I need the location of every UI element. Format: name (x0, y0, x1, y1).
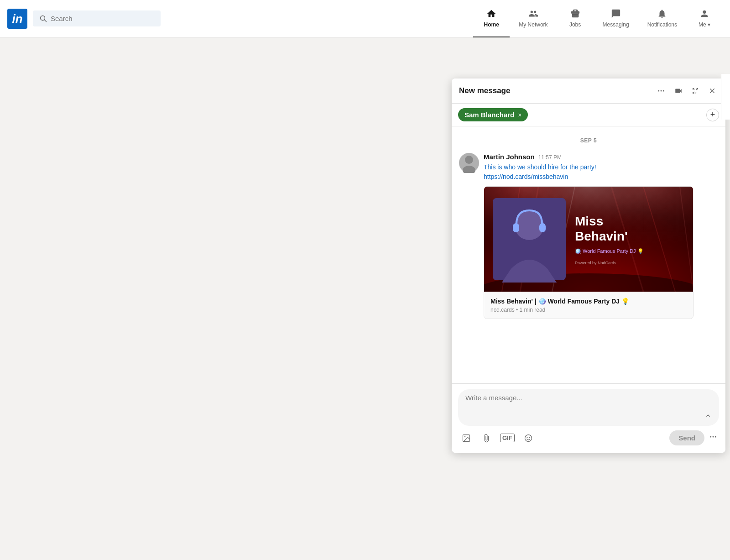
paperclip-icon (482, 434, 491, 443)
svg-point-33 (529, 437, 530, 438)
svg-line-1 (45, 20, 47, 21)
avatar (459, 153, 479, 173)
expand-button[interactable] (690, 85, 701, 96)
nav-label-jobs: Jobs (569, 21, 581, 28)
attach-file-button[interactable] (480, 432, 493, 445)
add-recipient-button[interactable]: + (706, 109, 719, 121)
svg-text:Behavin': Behavin' (575, 229, 628, 243)
avatar-image (460, 153, 478, 173)
messaging-popup: New message (452, 79, 725, 453)
recipient-area: Sam Blanchard × + (452, 104, 725, 126)
emoji-icon (524, 434, 533, 443)
svg-point-35 (713, 436, 714, 438)
search-icon (40, 15, 47, 22)
nav-label-messaging: Messaging (603, 21, 629, 28)
image-icon (462, 434, 471, 443)
side-panel-partial (721, 74, 730, 120)
close-button[interactable] (706, 85, 718, 97)
navbar-nav: Home My Network Jobs Messaging (473, 0, 723, 37)
svg-text:Miss: Miss (575, 214, 603, 228)
compose-more-button[interactable] (709, 433, 717, 443)
link-preview-card[interactable]: Miss Behavin' 🪩 World Famous Party DJ 💡 … (484, 186, 694, 319)
recipient-tag[interactable]: Sam Blanchard × (458, 108, 528, 121)
message-time: 11:57 PM (538, 154, 562, 161)
nav-item-notifications[interactable]: Notifications (638, 0, 686, 37)
my-network-icon (528, 9, 538, 21)
nav-item-jobs[interactable]: Jobs (557, 0, 594, 37)
svg-point-31 (525, 434, 532, 441)
gif-label: GIF (502, 435, 512, 441)
compose-toolbar: GIF Send (458, 426, 719, 447)
svg-point-3 (658, 90, 659, 92)
popup-actions (655, 85, 718, 97)
svg-point-32 (527, 437, 527, 438)
video-icon (674, 87, 683, 95)
emoji-button[interactable] (522, 432, 535, 445)
me-icon (699, 9, 709, 21)
video-call-button[interactable] (673, 85, 684, 97)
nav-item-messaging[interactable]: Messaging (594, 0, 638, 37)
more-options-button[interactable] (655, 85, 667, 97)
popup-header: New message (452, 79, 725, 104)
expand-icon (692, 87, 699, 94)
compose-send-area: Send (669, 430, 717, 445)
popup-title: New message (459, 86, 655, 95)
link-preview-source: nod.cards • 1 min read (490, 307, 687, 313)
link-preview-image: Miss Behavin' 🪩 World Famous Party DJ 💡 … (484, 187, 693, 292)
notifications-icon (657, 9, 667, 21)
message-input[interactable] (465, 394, 701, 417)
date-separator: SEP 5 (452, 134, 725, 151)
nav-item-me[interactable]: Me ▾ (686, 0, 723, 37)
close-icon (708, 87, 716, 95)
navbar: in Home My Network Jobs (0, 0, 730, 37)
svg-point-2 (703, 10, 706, 13)
message-content: Martin Johnson 11:57 PM This is who we s… (484, 153, 718, 319)
nav-label-me: Me ▾ (699, 21, 710, 28)
send-button[interactable]: Send (669, 430, 704, 445)
nav-item-my-network[interactable]: My Network (510, 0, 557, 37)
main-content: New message (0, 37, 730, 560)
message-row: Martin Johnson 11:57 PM This is who we s… (452, 151, 725, 321)
more-icon (709, 433, 717, 441)
svg-text:Powered by  NodCards: Powered by NodCards (575, 261, 616, 265)
messaging-icon (611, 9, 621, 21)
message-text: This is who we should hire for the party… (484, 162, 718, 182)
nav-label-home: Home (484, 21, 499, 28)
svg-point-34 (710, 436, 711, 438)
linkedin-logo[interactable]: in (7, 9, 27, 29)
svg-point-30 (464, 436, 466, 437)
svg-text:🪩 World Famous Party DJ 💡: 🪩 World Famous Party DJ 💡 (575, 248, 644, 254)
message-sender: Martin Johnson (484, 153, 535, 161)
svg-point-5 (663, 90, 664, 92)
svg-rect-23 (513, 223, 519, 232)
ellipsis-icon (657, 87, 665, 95)
message-area[interactable]: SEP 5 Martin Johnson 11:57 PM (452, 126, 725, 383)
nav-label-my-network: My Network (519, 21, 548, 28)
message-link[interactable]: https://nod.cards/missbehavin (484, 173, 568, 180)
preview-image-svg: Miss Behavin' 🪩 World Famous Party DJ 💡 … (484, 187, 693, 292)
nav-label-notifications: Notifications (647, 21, 677, 28)
svg-point-7 (465, 156, 473, 164)
message-line1: This is who we should hire for the party… (484, 162, 718, 172)
remove-recipient-button[interactable]: × (518, 111, 521, 119)
search-bar[interactable] (33, 10, 161, 26)
compose-area: GIF Send (452, 383, 725, 453)
link-preview-meta: Miss Behavin' | 🪩 World Famous Party DJ … (484, 292, 693, 319)
recipient-name: Sam Blanchard (464, 111, 514, 119)
chevron-up-icon (704, 412, 712, 419)
nav-item-home[interactable]: Home (473, 0, 510, 37)
svg-point-4 (661, 90, 662, 92)
gif-button[interactable]: GIF (500, 434, 515, 442)
home-icon (486, 9, 496, 21)
jobs-icon (570, 9, 580, 21)
compose-input-row (458, 389, 719, 426)
compose-expand-button[interactable] (704, 412, 712, 421)
search-input[interactable] (51, 15, 154, 22)
svg-point-36 (715, 436, 716, 438)
svg-rect-24 (539, 223, 546, 232)
message-meta: Martin Johnson 11:57 PM (484, 153, 718, 161)
attach-image-button[interactable] (460, 432, 473, 445)
link-preview-card-title: Miss Behavin' | 🪩 World Famous Party DJ … (490, 298, 687, 305)
